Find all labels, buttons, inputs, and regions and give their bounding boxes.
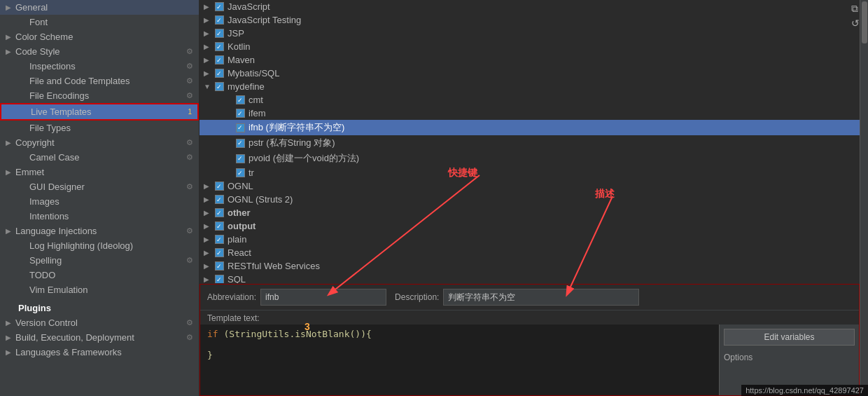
checkbox[interactable]	[214, 42, 225, 52]
checkbox[interactable]	[234, 138, 246, 148]
checkbox[interactable]	[214, 2, 225, 12]
copy-icon[interactable]: ⧉	[851, 3, 860, 15]
abbreviation-row: Abbreviation: Description:	[200, 285, 859, 310]
sidebar-item-file-code-templates[interactable]: File and Code Templates ⚙	[0, 74, 199, 88]
sidebar-item-general[interactable]: ▶ General	[0, 0, 199, 15]
tree-item-maven[interactable]: ▶ Maven	[200, 53, 860, 67]
tree-item-mybatis[interactable]: ▶ Mybatis/SQL	[200, 67, 860, 80]
tree-item-js-testing[interactable]: ▶ JavaScript Testing	[200, 13, 860, 27]
sidebar-item-font[interactable]: Font	[0, 15, 199, 29]
sidebar-item-copyright[interactable]: ▶ Copyright ⚙	[0, 135, 199, 150]
sidebar-item-vim-emulation[interactable]: Vim Emulation	[0, 282, 199, 297]
tree-item-restful[interactable]: ▶ RESTful Web Services	[200, 259, 860, 273]
checkbox[interactable]	[214, 69, 225, 78]
checkbox[interactable]	[214, 248, 225, 258]
arrow-icon: ▶	[6, 4, 15, 11]
collapse-icon: ▶	[204, 275, 214, 283]
checkbox[interactable]	[214, 15, 225, 25]
code-keyword: if	[207, 329, 218, 339]
tree-item-kotlin[interactable]: ▶ Kotlin	[200, 40, 860, 53]
checkbox[interactable]	[214, 235, 225, 245]
tree-item-label: Maven	[227, 55, 255, 65]
main-content: ▶ JavaScript ▶ JavaScript Testing ▶ JSP …	[200, 0, 860, 396]
sidebar-item-file-types[interactable]: File Types	[0, 121, 199, 135]
tree-item-label: RESTful Web Services	[227, 261, 320, 271]
vertical-scrollbar[interactable]	[860, 0, 868, 396]
sidebar-item-todo[interactable]: TODO	[0, 268, 199, 282]
checkbox[interactable]	[214, 29, 225, 39]
sidebar-item-emmet[interactable]: ▶ Emmet	[0, 165, 199, 179]
tree-item-javascript[interactable]: ▶ JavaScript	[200, 0, 860, 13]
checkbox[interactable]	[214, 195, 225, 205]
template-text-label: Template text:	[200, 310, 859, 325]
sidebar-item-label: Emmet	[15, 167, 193, 177]
sidebar-item-label: Version Control	[15, 318, 183, 328]
sidebar-item-language-injections[interactable]: ▶ Language Injections ⚙	[0, 224, 199, 238]
tree-item-jsp[interactable]: ▶ JSP	[200, 27, 860, 40]
abbreviation-label: Abbreviation:	[207, 292, 256, 302]
sidebar-item-languages-frameworks[interactable]: ▶ Languages & Frameworks	[0, 345, 199, 360]
checkbox[interactable]	[234, 168, 246, 178]
gear-icon: ⚙	[186, 138, 193, 147]
arrow-icon: ▶	[6, 139, 15, 146]
collapse-icon: ▶	[204, 196, 214, 203]
checkbox[interactable]	[214, 275, 225, 285]
live-templates-tree[interactable]: ▶ JavaScript ▶ JavaScript Testing ▶ JSP …	[200, 0, 860, 284]
gear-icon: ⚙	[186, 62, 193, 71]
sidebar-item-plugins[interactable]: Plugins	[0, 297, 199, 315]
sidebar-item-label: Images	[29, 196, 193, 207]
tree-item-label: cmt	[248, 95, 263, 105]
tree-item-sql[interactable]: ▶ SQL	[200, 273, 860, 284]
checkbox[interactable]	[234, 153, 246, 163]
description-input[interactable]	[443, 289, 639, 306]
sidebar-item-label: Build, Execution, Deployment	[15, 332, 183, 343]
checkbox[interactable]	[214, 221, 225, 231]
tree-item-output[interactable]: ▶ output	[200, 219, 860, 233]
collapse-icon: ▶	[204, 69, 214, 77]
checkbox[interactable]	[214, 82, 225, 92]
arrow-icon: ▶	[6, 334, 15, 341]
tree-item-cmt[interactable]: cmt	[200, 93, 860, 107]
tree-item-pvoid[interactable]: pvoid (创建一个void的方法)	[200, 151, 860, 166]
scrollbar-thumb[interactable]	[862, 1, 867, 43]
collapse-icon: ▶	[204, 222, 214, 230]
sidebar-item-code-style[interactable]: ▶ Code Style ⚙	[0, 44, 199, 59]
sidebar-item-intentions[interactable]: Intentions	[0, 209, 199, 224]
url-bar: https://blog.csdn.net/qq_42897427	[741, 385, 868, 396]
sidebar-item-version-control[interactable]: ▶ Version Control ⚙	[0, 315, 199, 330]
tree-item-plain[interactable]: ▶ plain	[200, 233, 860, 246]
sidebar-item-gui-designer[interactable]: GUI Designer ⚙	[0, 179, 199, 194]
tree-item-mydefine[interactable]: ▼ mydefine	[200, 80, 860, 93]
checkbox[interactable]	[214, 182, 225, 191]
template-code-area[interactable]: if (StringUtils.isNotBlank()){ }	[200, 325, 719, 395]
tree-item-ognl-struts[interactable]: ▶ OGNL (Struts 2)	[200, 193, 860, 206]
checkbox[interactable]	[214, 261, 225, 271]
tree-item-ognl[interactable]: ▶ OGNL	[200, 179, 860, 193]
checkbox[interactable]	[214, 55, 225, 65]
tree-item-ifnb[interactable]: ifnb (判断字符串不为空)	[200, 120, 860, 135]
sidebar-item-log-highlighting[interactable]: Log Highlighting (Ideolog)	[0, 238, 199, 253]
sidebar-item-label: Code Style	[15, 46, 183, 57]
sidebar-item-file-encodings[interactable]: File Encodings ⚙	[0, 88, 199, 103]
tree-item-tr[interactable]: tr	[200, 166, 860, 179]
tree-item-other[interactable]: ▶ other	[200, 206, 860, 219]
edit-variables-button[interactable]: Edit variables	[724, 329, 855, 346]
tree-item-pstr[interactable]: pstr (私有String 对象)	[200, 135, 860, 151]
checkbox[interactable]	[234, 109, 246, 118]
sidebar-item-color-scheme[interactable]: ▶ Color Scheme	[0, 29, 199, 44]
checkbox[interactable]	[234, 123, 246, 132]
tree-item-ifem[interactable]: ifem	[200, 107, 860, 120]
sidebar-item-inspections[interactable]: Inspections ⚙	[0, 59, 199, 74]
refresh-icon[interactable]: ↺	[851, 18, 860, 29]
tree-item-label: OGNL (Struts 2)	[227, 194, 293, 205]
checkbox[interactable]	[234, 95, 246, 105]
sidebar-item-camel-case[interactable]: Camel Case ⚙	[0, 150, 199, 165]
tree-item-react[interactable]: ▶ React	[200, 246, 860, 259]
sidebar-item-build-execution[interactable]: ▶ Build, Execution, Deployment ⚙	[0, 330, 199, 345]
sidebar-item-spelling[interactable]: Spelling ⚙	[0, 253, 199, 268]
gear-icon: ⚙	[186, 333, 193, 342]
sidebar-item-images[interactable]: Images	[0, 194, 199, 209]
checkbox[interactable]	[214, 208, 225, 218]
sidebar-item-live-templates[interactable]: Live Templates 1	[0, 103, 199, 121]
abbreviation-input[interactable]	[260, 289, 386, 306]
